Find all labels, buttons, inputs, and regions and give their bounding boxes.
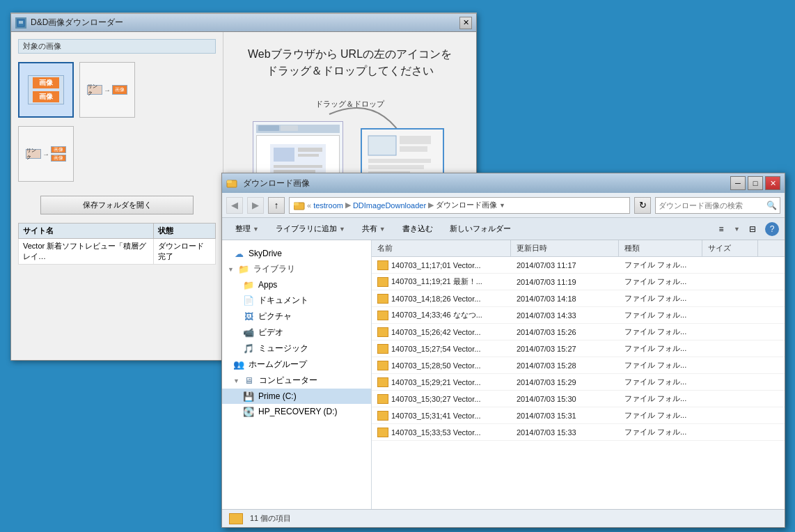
file-date-cell: 2014/07/03 11:19 <box>511 275 619 289</box>
file-name-text: 140703_15;31;41 Vector... <box>391 412 480 420</box>
column-header-date[interactable]: 更新日時 <box>511 240 619 256</box>
image-icon-1[interactable]: 画像 画像 <box>18 62 74 118</box>
file-size-cell <box>702 430 758 435</box>
breadcrumb-bar[interactable]: « testroom ▶ DDImageDownloader ▶ ダウンロード画… <box>289 197 630 214</box>
refresh-button[interactable]: ↻ <box>634 197 651 214</box>
skydrive-label: SkyDrive <box>249 249 282 258</box>
minimize-button[interactable]: ─ <box>730 176 746 190</box>
breadcrumb-arrow-2: ▶ <box>428 201 434 210</box>
link-images-icon[interactable]: リンク → 画像 画像 <box>18 126 74 182</box>
file-date-cell: 2014/07/03 14:18 <box>511 292 619 306</box>
organize-button[interactable]: 整理 ▼ <box>228 220 267 238</box>
computer-label: コンピューター <box>259 375 317 386</box>
dd-left-panel: 対象の画像 画像 画像 リンク → 画像 <box>11 32 223 360</box>
sidebar-item-libraries[interactable]: ▼ 📁 ライブラリ <box>222 261 371 277</box>
main-panel: 名前 更新日時 種類 サイズ 140703_11;17;01 Vector...… <box>372 240 785 509</box>
sidebar-item-prime-c[interactable]: 💾 Prime (C:) <box>222 389 371 404</box>
sidebar-item-pictures[interactable]: 🖼 ピクチャ <box>222 308 371 324</box>
libraries-icon: 📁 <box>238 264 249 275</box>
file-date-cell: 2014/07/03 15:27 <box>511 342 619 356</box>
sidebar-item-skydrive[interactable]: ☁ SkyDrive <box>222 246 371 261</box>
file-name-cell: 140703_15;27;54 Vector... <box>372 341 511 357</box>
help-button[interactable]: ? <box>765 222 779 236</box>
view-details-button[interactable]: ⊟ <box>743 220 762 238</box>
search-input[interactable] <box>659 201 764 210</box>
burn-button[interactable]: 書き込む <box>395 220 441 238</box>
sidebar-item-music[interactable]: 🎵 ミュージック <box>222 341 371 357</box>
file-type-cell: ファイル フォル... <box>619 391 702 407</box>
file-type-cell: ファイル フォル... <box>619 324 702 340</box>
breadcrumb-testroom[interactable]: testroom <box>313 201 343 210</box>
file-row[interactable]: 140703_14;18;26 Vector...2014/07/03 14:1… <box>372 290 785 307</box>
table-row: Vector 新着ソフトレビュー「積層グレイ…ダウンロード完了 <box>19 239 216 265</box>
file-size-cell <box>702 413 758 418</box>
file-row[interactable]: 140703_15;27;54 Vector...2014/07/03 15:2… <box>372 341 785 357</box>
breadcrumb-ddimagedownloader[interactable]: DDImageDownloader <box>353 201 426 210</box>
sidebar-item-homegroup[interactable]: 👥 ホームグループ <box>222 357 371 373</box>
svg-rect-6 <box>298 148 322 152</box>
breadcrumb-sep-1: « <box>307 201 311 210</box>
link-arrow-icon[interactable]: リンク → 画像 <box>79 62 135 118</box>
explorer-titlebar: ダウンロード画像 ─ □ ✕ <box>222 173 785 193</box>
breadcrumb-chevron[interactable]: ▼ <box>499 202 505 209</box>
file-row[interactable]: 140703_15;29;21 Vector...2014/07/03 15:2… <box>372 374 785 391</box>
column-header-type[interactable]: 種類 <box>619 240 702 256</box>
up-button[interactable]: ↑ <box>268 197 285 214</box>
drive-c-icon: 💾 <box>243 391 254 402</box>
file-size-cell <box>702 263 758 268</box>
file-type-cell: ファイル フォル... <box>619 357 702 373</box>
maximize-button[interactable]: □ <box>748 176 763 190</box>
forward-button[interactable]: ▶ <box>247 197 264 214</box>
file-size-cell <box>702 329 758 335</box>
table-cell: Vector 新着ソフトレビュー「積層グレイ… <box>19 239 154 265</box>
expand-icon-libraries: ▼ <box>228 266 234 273</box>
file-row[interactable]: 140703_15;33;53 Vector...2014/07/03 15:3… <box>372 424 785 441</box>
dd-close-button[interactable]: ✕ <box>459 17 472 29</box>
column-header-name[interactable]: 名前 <box>372 240 511 256</box>
add-to-library-button[interactable]: ライブラリに追加 ▼ <box>268 220 353 238</box>
share-button[interactable]: 共有 ▼ <box>354 220 393 238</box>
file-name-text: 140703_15;26;42 Vector... <box>391 328 480 336</box>
organize-chevron: ▼ <box>253 226 259 233</box>
file-name-text: 140703_14;33;46 ななつ... <box>391 310 482 320</box>
file-row[interactable]: 140703_15;31;41 Vector...2014/07/03 15:3… <box>372 407 785 424</box>
img-grid-1: 画像 <box>51 146 66 153</box>
view-toggle-button[interactable]: ≡ <box>711 220 731 238</box>
library-chevron: ▼ <box>339 226 345 233</box>
new-folder-button[interactable]: 新しいフォルダー <box>442 220 519 238</box>
file-type-cell: ファイル フォル... <box>619 424 702 440</box>
arrow-sym-2: → <box>42 150 49 158</box>
file-row[interactable]: 140703_15;26;42 Vector...2014/07/03 15:2… <box>372 324 785 341</box>
folder-icon <box>377 394 388 404</box>
img-box-1: 画像 画像 <box>28 75 64 104</box>
file-row[interactable]: 140703_11;17;01 Vector...2014/07/03 11:1… <box>372 257 785 274</box>
file-row[interactable]: 140703_11;19;21 最新！...2014/07/03 11:19ファ… <box>372 274 785 290</box>
folder-icon <box>377 327 388 337</box>
file-name-text: 140703_14;18;26 Vector... <box>391 295 480 303</box>
back-button[interactable]: ◀ <box>226 197 243 214</box>
sidebar-item-videos[interactable]: 📹 ビデオ <box>222 324 371 341</box>
save-folder-button[interactable]: 保存フォルダを開く <box>40 196 194 214</box>
sidebar-item-hp-recovery[interactable]: 💽 HP_RECOVERY (D:) <box>222 404 371 419</box>
file-date-cell: 2014/07/03 15:30 <box>511 392 619 406</box>
search-icon[interactable]: 🔍 <box>766 201 777 210</box>
documents-label: ドキュメント <box>258 295 308 306</box>
sidebar-item-apps[interactable]: 📁 Apps <box>222 277 371 292</box>
svg-rect-15 <box>368 159 431 163</box>
close-button[interactable]: ✕ <box>765 176 780 190</box>
sidebar-item-documents[interactable]: 📄 ドキュメント <box>222 292 371 308</box>
svg-rect-3 <box>281 125 298 131</box>
file-size-cell <box>702 346 758 352</box>
file-date-cell: 2014/07/03 15:28 <box>511 359 619 373</box>
view-chevron[interactable]: ▼ <box>734 226 740 233</box>
sidebar-item-computer[interactable]: ▼ 🖥 コンピューター <box>222 373 371 389</box>
arrow-diagram-2: リンク → 画像 画像 <box>26 146 66 162</box>
file-row[interactable]: 140703_15;28;50 Vector...2014/07/03 15:2… <box>372 357 785 374</box>
videos-label: ビデオ <box>258 327 283 338</box>
file-row[interactable]: 140703_15;30;27 Vector...2014/07/03 15:3… <box>372 391 785 407</box>
folder-icon <box>377 411 388 421</box>
file-row[interactable]: 140703_14;33;46 ななつ...2014/07/03 14:33ファ… <box>372 307 785 324</box>
arrow-row: リンク → 画像 <box>87 85 127 95</box>
table-cell: ダウンロード完了 <box>154 239 216 265</box>
column-header-size[interactable]: サイズ <box>702 240 758 256</box>
